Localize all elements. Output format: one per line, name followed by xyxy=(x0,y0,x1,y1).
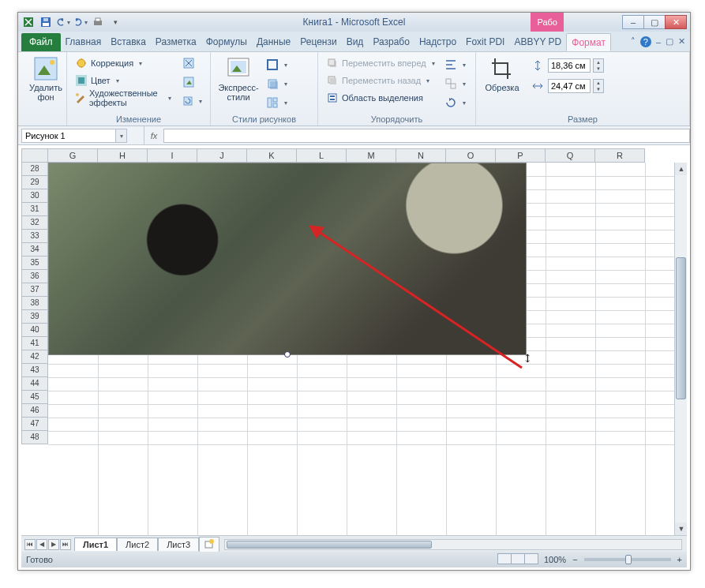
formula-input[interactable] xyxy=(163,129,690,143)
picture-border-icon[interactable] xyxy=(263,56,291,73)
column-header[interactable]: L xyxy=(297,148,347,163)
change-picture-icon[interactable] xyxy=(179,73,205,91)
row-header[interactable]: 44 xyxy=(21,377,48,391)
selection-pane-button[interactable]: Область выделения xyxy=(323,89,438,107)
row-header[interactable]: 41 xyxy=(21,337,48,350)
maximize-button[interactable]: ▢ xyxy=(643,15,666,29)
help-icon[interactable]: ? xyxy=(640,36,651,47)
hscroll-thumb[interactable] xyxy=(227,541,432,549)
height-spinner[interactable]: ▲▼ xyxy=(530,58,604,73)
tab-view[interactable]: Вид xyxy=(342,33,369,51)
row-header[interactable]: 34 xyxy=(21,243,48,257)
align-icon[interactable] xyxy=(441,56,469,73)
color-button[interactable]: Цвет xyxy=(72,72,174,89)
row-header[interactable]: 33 xyxy=(21,230,48,243)
file-tab[interactable]: Файл xyxy=(21,33,61,51)
tab-addins[interactable]: Надстро xyxy=(414,33,461,51)
name-box[interactable]: ▾ xyxy=(18,126,144,144)
row-header[interactable]: 37 xyxy=(21,283,48,297)
height-up[interactable]: ▲ xyxy=(594,59,603,66)
column-header[interactable]: N xyxy=(396,148,446,163)
height-input[interactable] xyxy=(548,58,591,73)
redo-icon[interactable] xyxy=(73,15,88,29)
picture-effects-icon[interactable] xyxy=(263,75,291,92)
tab-foxit[interactable]: Foxit PDI xyxy=(461,33,509,51)
row-header[interactable]: 36 xyxy=(21,270,48,283)
print-preview-icon[interactable] xyxy=(91,15,105,29)
qat-customize-icon[interactable]: ▾ xyxy=(108,15,122,29)
tab-developer[interactable]: Разрабо xyxy=(368,33,414,51)
row-header[interactable]: 42 xyxy=(21,350,48,364)
scroll-down-icon[interactable]: ▼ xyxy=(675,522,687,535)
crop-button[interactable]: Обрезка xyxy=(481,54,523,94)
tab-nav-first-icon[interactable]: ⏮ xyxy=(24,539,36,550)
row-header[interactable]: 35 xyxy=(21,257,48,270)
tab-abbyy[interactable]: ABBYY PD xyxy=(509,33,566,51)
view-layout-icon[interactable] xyxy=(511,553,525,564)
corrections-button[interactable]: Коррекция xyxy=(72,54,174,72)
minimize-button[interactable]: – xyxy=(622,15,644,29)
row-header[interactable]: 39 xyxy=(21,310,48,324)
column-header[interactable]: P xyxy=(496,148,546,163)
width-input[interactable] xyxy=(548,79,591,93)
height-down[interactable]: ▼ xyxy=(594,66,603,72)
tab-nav-next-icon[interactable]: ▶ xyxy=(48,539,59,550)
picture-layout-icon[interactable] xyxy=(263,94,291,111)
row-header[interactable]: 46 xyxy=(21,404,48,418)
undo-icon[interactable] xyxy=(56,15,70,29)
row-header[interactable]: 40 xyxy=(21,324,48,337)
width-up[interactable]: ▲ xyxy=(594,80,603,86)
zoom-thumb[interactable] xyxy=(625,555,632,564)
row-header[interactable]: 48 xyxy=(21,431,48,444)
tab-formulas[interactable]: Формулы xyxy=(201,33,252,51)
tab-format[interactable]: Формат xyxy=(566,33,611,51)
width-spinner[interactable]: ▲▼ xyxy=(530,78,604,94)
zoom-in-icon[interactable]: + xyxy=(677,555,682,564)
mdi-close-icon[interactable]: ✕ xyxy=(678,36,685,47)
tab-nav-prev-icon[interactable]: ◀ xyxy=(36,539,47,550)
vscroll-thumb[interactable] xyxy=(676,257,686,399)
vertical-scrollbar[interactable]: ▲ ▼ xyxy=(674,163,687,535)
tab-nav-last-icon[interactable]: ⏭ xyxy=(60,539,71,550)
column-header[interactable]: I xyxy=(148,148,197,163)
close-button[interactable]: ✕ xyxy=(665,15,687,29)
reset-picture-icon[interactable] xyxy=(179,92,205,110)
column-header[interactable]: H xyxy=(98,148,148,163)
new-sheet-button[interactable] xyxy=(199,537,219,552)
row-header[interactable]: 45 xyxy=(21,391,48,404)
zoom-slider[interactable] xyxy=(584,558,671,561)
row-header[interactable]: 31 xyxy=(21,203,48,216)
mdi-restore-icon[interactable]: ▢ xyxy=(666,36,673,47)
row-header[interactable]: 43 xyxy=(21,364,48,377)
tab-layout[interactable]: Разметка xyxy=(151,33,201,51)
save-icon[interactable] xyxy=(39,15,53,29)
zoom-level[interactable]: 100% xyxy=(544,555,566,564)
view-normal-icon[interactable] xyxy=(497,553,512,564)
sheet-tab-3[interactable]: Лист3 xyxy=(158,537,199,551)
inserted-picture[interactable] xyxy=(48,163,527,355)
row-header[interactable]: 47 xyxy=(21,418,48,431)
ribbon-minimize-icon[interactable]: ˄ xyxy=(631,36,636,47)
scroll-up-icon[interactable]: ▲ xyxy=(675,163,687,175)
column-header[interactable]: O xyxy=(446,148,496,163)
tab-home[interactable]: Главная xyxy=(61,33,107,51)
view-pagebreak-icon[interactable] xyxy=(524,553,538,564)
zoom-out-icon[interactable]: − xyxy=(572,555,577,564)
row-header[interactable]: 30 xyxy=(21,189,48,203)
row-header[interactable]: 32 xyxy=(21,216,48,230)
column-header[interactable]: Q xyxy=(546,148,595,163)
tab-insert[interactable]: Вставка xyxy=(106,33,151,51)
select-all-corner[interactable] xyxy=(21,148,48,163)
resize-handle-bottom[interactable] xyxy=(284,351,291,358)
row-header[interactable]: 28 xyxy=(21,163,48,176)
name-box-dropdown-icon[interactable]: ▾ xyxy=(116,129,127,143)
horizontal-scrollbar[interactable] xyxy=(224,539,682,550)
column-header[interactable]: K xyxy=(247,148,297,163)
column-header[interactable]: R xyxy=(595,148,645,163)
name-box-input[interactable] xyxy=(21,129,116,143)
sheet-tab-2[interactable]: Лист2 xyxy=(117,537,158,551)
fx-icon[interactable]: fx xyxy=(144,131,163,140)
tab-review[interactable]: Рецензи xyxy=(295,33,341,51)
sheet-tab-1[interactable]: Лист1 xyxy=(74,537,117,551)
compress-pictures-icon[interactable] xyxy=(179,54,205,72)
